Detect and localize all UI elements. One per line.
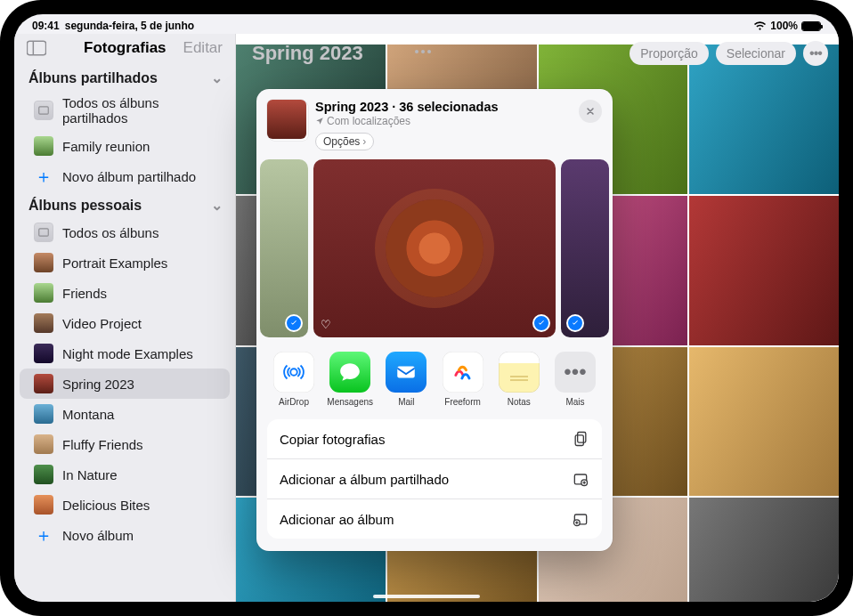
plus-icon: ＋: [34, 525, 53, 545]
action-add-to-album[interactable]: Adicionar ao álbum: [267, 499, 602, 539]
svg-rect-5: [398, 367, 416, 378]
sidebar-item-label: Novo álbum: [62, 528, 134, 543]
airdrop-icon: [273, 352, 314, 393]
shared-albums-icon: [34, 101, 53, 120]
sidebar-item-label: Family reunion: [62, 139, 150, 154]
sidebar-item-label: Friends: [62, 286, 107, 301]
album-thumb: [34, 374, 53, 393]
selected-check-icon: [285, 314, 303, 332]
sidebar-edit-button[interactable]: Editar: [183, 39, 223, 57]
album-thumb: [34, 253, 53, 272]
copy-icon: [572, 430, 589, 448]
action-copy-photos[interactable]: Copiar fotografias: [267, 419, 602, 459]
sidebar-item-fluffy-friends[interactable]: Fluffy Friends: [20, 429, 230, 459]
messages-icon: [329, 352, 370, 393]
sidebar-item-label: Novo álbum partilhado: [62, 169, 196, 184]
sidebar-toggle-icon[interactable]: [27, 40, 46, 56]
albums-icon: [34, 223, 53, 242]
album-thumb: [34, 313, 53, 333]
app-messages[interactable]: Mensagens: [325, 352, 375, 407]
preview-photo[interactable]: [260, 159, 308, 337]
album-thumb: [34, 495, 53, 515]
preview-photo-main[interactable]: ♡: [313, 159, 556, 337]
share-apps-row: AirDrop Mensagens Mail: [256, 343, 613, 410]
photo-cell[interactable]: [689, 196, 839, 345]
sidebar-item-label: Delicious Bites: [62, 498, 150, 513]
sidebar-item-all-shared[interactable]: Todos os álbuns partilhados: [20, 90, 230, 131]
sidebar-item-label: Night mode Examples: [62, 346, 193, 361]
freeform-icon: [443, 352, 483, 393]
more-button[interactable]: •••: [803, 41, 828, 66]
chevron-down-icon: ⌄: [211, 197, 223, 214]
selected-check-icon: [566, 314, 584, 332]
select-button[interactable]: Selecionar: [716, 42, 796, 65]
app-mail[interactable]: Mail: [381, 352, 431, 407]
add-album-icon: [572, 510, 589, 528]
preview-photo[interactable]: ♡: [561, 159, 609, 337]
app-airdrop[interactable]: AirDrop: [269, 352, 319, 407]
battery-pct: 100%: [770, 20, 798, 32]
sidebar-item-spring-2023[interactable]: Spring 2023: [20, 369, 230, 399]
battery-icon: [801, 21, 821, 31]
selected-check-icon: [532, 314, 550, 332]
share-preview-thumb: [267, 100, 306, 139]
close-button[interactable]: [579, 100, 602, 123]
personal-albums-header[interactable]: Álbuns pessoais ⌄: [14, 191, 235, 217]
sidebar-item-new-album[interactable]: ＋ Novo álbum: [20, 520, 230, 550]
album-thumb: [34, 465, 53, 484]
home-indicator[interactable]: [373, 595, 480, 598]
status-bar: 09:41 segunda-feira, 5 de junho 100%: [14, 14, 839, 34]
share-preview-strip[interactable]: ♡ ♡: [256, 159, 613, 343]
sidebar-item-friends[interactable]: Friends: [20, 278, 230, 308]
action-add-shared-album[interactable]: Adicionar a álbum partilhado: [267, 459, 602, 499]
favorite-icon: ♡: [321, 318, 331, 331]
wifi-icon: [753, 21, 767, 31]
chevron-down-icon: ⌄: [211, 69, 223, 86]
sidebar-item-label: Spring 2023: [62, 377, 134, 392]
location-icon: [315, 117, 324, 126]
sidebar-item-all-albums[interactable]: Todos os álbuns: [20, 217, 230, 247]
photo-cell[interactable]: [689, 498, 839, 602]
chevron-right-icon: ›: [362, 135, 366, 148]
sidebar-item-label: Portrait Examples: [62, 255, 167, 271]
album-thumb: [34, 404, 53, 424]
share-options-button[interactable]: Opções ›: [315, 133, 374, 150]
sidebar-item-label: Video Project: [62, 316, 142, 331]
album-thumb: [34, 344, 53, 363]
sidebar-item-portrait-examples[interactable]: Portrait Examples: [20, 247, 230, 278]
notes-icon: [499, 352, 540, 393]
sidebar-item-night-mode[interactable]: Night mode Examples: [20, 338, 230, 369]
album-thumb: [34, 136, 53, 156]
shared-albums-header[interactable]: Álbuns partilhados ⌄: [14, 64, 235, 90]
sidebar-title: Fotografias: [57, 39, 173, 57]
status-date: segunda-feira, 5 de junho: [65, 20, 194, 32]
sidebar-item-video-project[interactable]: Video Project: [20, 308, 230, 338]
svg-point-4: [290, 369, 297, 376]
app-notes[interactable]: Notas: [494, 352, 544, 407]
svg-rect-9: [575, 435, 583, 446]
sidebar-item-label: Fluffy Friends: [62, 437, 143, 452]
close-icon: [585, 106, 596, 117]
photo-cell[interactable]: [689, 347, 839, 497]
sidebar-item-label: Montana: [62, 407, 114, 422]
status-time: 09:41: [32, 20, 60, 32]
aspect-ratio-button[interactable]: Proporção: [630, 42, 709, 65]
page-title: Spring 2023: [247, 42, 363, 65]
album-thumb: [34, 434, 53, 454]
sidebar-item-in-nature[interactable]: In Nature: [20, 459, 230, 490]
sidebar-item-family-reunion[interactable]: Family reunion: [20, 131, 230, 161]
svg-rect-2: [39, 107, 49, 114]
sidebar-item-new-shared-album[interactable]: ＋ Novo álbum partilhado: [20, 161, 230, 191]
app-more[interactable]: ••• Mais: [550, 352, 600, 407]
share-subtitle: Com localizações: [315, 115, 602, 127]
sidebar: Fotografias Editar Álbuns partilhados ⌄ …: [14, 34, 236, 602]
shared-album-icon: [572, 470, 589, 488]
multitask-grabber[interactable]: [415, 50, 438, 53]
sidebar-item-label: Todos os álbuns: [62, 225, 158, 240]
svg-rect-8: [578, 433, 586, 443]
sidebar-item-montana[interactable]: Montana: [20, 399, 230, 429]
app-freeform[interactable]: Freeform: [438, 352, 488, 407]
svg-rect-3: [39, 229, 49, 236]
sidebar-item-label: Todos os álbuns partilhados: [62, 95, 217, 126]
sidebar-item-delicious-bites[interactable]: Delicious Bites: [20, 490, 230, 520]
